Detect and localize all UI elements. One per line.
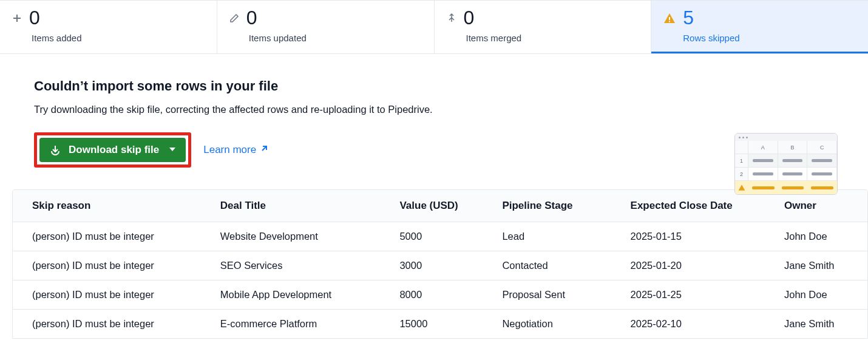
download-icon — [49, 144, 61, 156]
tab-items-added[interactable]: 0 Items added — [0, 1, 217, 53]
svg-rect-2 — [669, 17, 670, 20]
skipped-rows-table: Skip reason Deal Title Value (USD) Pipel… — [13, 190, 867, 338]
panel-subheading: Try downloading the skip file, correctin… — [34, 104, 868, 115]
count-rows-skipped: 5 — [683, 7, 694, 29]
learn-more-link[interactable]: Learn more — [203, 144, 268, 156]
svg-rect-3 — [669, 21, 670, 22]
plus-icon — [12, 13, 22, 23]
table-row[interactable]: (person) ID must be integer Website Deve… — [13, 222, 867, 251]
col-deal-title: Deal Title — [201, 190, 381, 222]
col-value-usd: Value (USD) — [380, 190, 483, 222]
spreadsheet-illustration: A B C 1 2 — [734, 133, 838, 195]
label-items-merged: Items merged — [435, 33, 651, 43]
pencil-icon — [229, 13, 239, 23]
download-button-label: Download skip file — [69, 144, 159, 156]
count-items-updated: 0 — [246, 7, 257, 29]
table-row[interactable]: (person) ID must be integer SEO Services… — [13, 251, 867, 280]
col-skip-reason: Skip reason — [13, 190, 201, 222]
table-row[interactable]: (person) ID must be integer Mobile App D… — [13, 280, 867, 310]
download-highlight: Download skip file — [34, 132, 191, 168]
chevron-down-icon — [169, 144, 176, 156]
label-items-added: Items added — [0, 33, 217, 43]
tab-rows-skipped[interactable]: 5 Rows skipped — [651, 1, 868, 53]
label-items-updated: Items updated — [217, 33, 434, 43]
import-summary-tabs: 0 Items added 0 Items updated 0 Items me… — [0, 0, 868, 54]
download-skip-file-button[interactable]: Download skip file — [39, 138, 186, 162]
table-row[interactable]: (person) ID must be integer E-commerce P… — [13, 310, 867, 339]
label-rows-skipped: Rows skipped — [651, 33, 868, 43]
merge-icon — [447, 13, 456, 23]
panel-heading: Couldn’t import some rows in your file — [34, 78, 868, 94]
tab-items-merged[interactable]: 0 Items merged — [435, 1, 652, 53]
skipped-rows-panel: Couldn’t import some rows in your file T… — [0, 54, 868, 168]
count-items-added: 0 — [29, 7, 40, 29]
external-link-icon — [260, 144, 268, 156]
count-items-merged: 0 — [464, 7, 475, 29]
col-pipeline-stage: Pipeline Stage — [483, 190, 611, 222]
tab-items-updated[interactable]: 0 Items updated — [217, 1, 435, 53]
skipped-rows-table-wrapper: Skip reason Deal Title Value (USD) Pipel… — [12, 189, 868, 339]
learn-more-label: Learn more — [203, 144, 256, 156]
warning-icon — [663, 12, 676, 24]
